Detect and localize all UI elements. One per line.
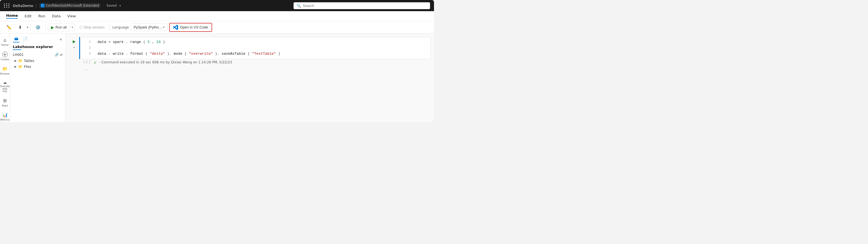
code-token: "TestTable" — [252, 52, 276, 56]
tables-folder-icon: 📁 — [18, 59, 23, 63]
run-all-group: ▶ Run all ▾ — [48, 23, 75, 31]
search-box[interactable]: 🔍 — [293, 2, 430, 9]
stop-session-button[interactable]: Stop session — [76, 23, 107, 31]
menu-item-view[interactable]: View — [64, 13, 79, 19]
run-all-dropdown-button[interactable]: ▾ — [70, 24, 75, 30]
tree-item-files[interactable]: ▶ 📁 Files — [10, 64, 65, 70]
main-area: ⌂ Home + Create 📁 Browse ☁ OneLakedata h… — [0, 33, 434, 122]
cell-run-button[interactable]: ▶ — [71, 38, 77, 44]
code-token: "delta" — [150, 52, 165, 56]
code-token: range — [130, 40, 141, 44]
cell-blue-bar — [79, 37, 80, 59]
code-token: data — [98, 52, 106, 56]
sidebar-create-label: Create — [1, 58, 9, 61]
open-vscode-label: Open in VS Code — [180, 25, 208, 29]
run-all-button[interactable]: ▶ Run all — [48, 24, 69, 31]
tree-item-tables[interactable]: ▶ 📁 Tables — [10, 58, 65, 64]
browse-icon: 📁 — [2, 66, 8, 72]
code-token: ( — [185, 52, 187, 56]
language-button[interactable]: PySpark (Pytho... ▾ — [130, 23, 167, 31]
line-number-1: 1 — [84, 39, 91, 45]
create-icon: + — [2, 52, 8, 57]
cell-container: ▶ ▾ 1 data = spark . — [69, 37, 431, 72]
code-token: ). — [167, 52, 172, 56]
line-number-3: 3 — [84, 51, 91, 57]
confidential-badge: 🛡 Confidential\Microsoft Extended — [39, 3, 101, 8]
code-token: . — [126, 40, 128, 44]
top-bar-left: DeltaDemo | 🛡 Confidential\Microsoft Ext… — [4, 3, 121, 8]
tables-label: Tables — [24, 59, 34, 63]
files-chevron-icon: ▶ — [14, 65, 17, 68]
search-input[interactable] — [303, 4, 427, 8]
code-token: ) — [278, 52, 280, 56]
code-token: ( — [143, 40, 146, 44]
notebook-area: ▶ ▾ 1 data = spark . — [66, 33, 434, 122]
sidebar-apps-label: Apps — [2, 104, 8, 107]
saved-chevron-icon[interactable]: ▾ — [120, 4, 121, 7]
edit-notebook-button[interactable]: ✏️ — [4, 23, 14, 31]
play-icon: ▶ — [51, 25, 54, 30]
sidebar-item-metrics[interactable]: 📊 Metrics — [1, 111, 9, 122]
sidebar-item-apps[interactable]: ⊞ Apps — [1, 96, 9, 109]
sidebar-item-browse[interactable]: 📁 Browse — [1, 64, 9, 77]
menu-item-run[interactable]: Run — [35, 13, 48, 19]
menu-item-home[interactable]: Home — [3, 12, 21, 20]
menu-item-data[interactable]: Data — [49, 13, 63, 19]
stop-session-label: Stop session — [84, 25, 104, 29]
output-text: - Command executed in 19 sec 608 ms by Q… — [99, 60, 232, 64]
sidebar-item-create[interactable]: + Create — [1, 50, 9, 63]
sidebar-item-onelake[interactable]: ☁ OneLakedata hub — [1, 78, 9, 94]
left-sidebar: ⌂ Home + Create 📁 Browse ☁ OneLakedata h… — [0, 33, 10, 122]
language-prefix-label: Language — [112, 25, 129, 29]
open-vscode-button[interactable]: Open in VS Code — [169, 23, 212, 32]
code-area: 1 data = spark . range ( 5 , 10 — [81, 37, 430, 59]
top-bar: DeltaDemo | 🛡 Confidential\Microsoft Ext… — [0, 0, 434, 11]
pin-icon[interactable]: 🔗 — [55, 53, 59, 57]
project-name: DeltaDemo — [13, 4, 33, 8]
apps-menu-icon[interactable] — [4, 3, 10, 8]
sidebar-item-home[interactable]: ⌂ Home — [1, 36, 9, 48]
toolbar-divider-2 — [45, 24, 46, 30]
separator: | — [35, 4, 36, 8]
line-number-2: 2 — [84, 45, 91, 51]
code-token: 5 — [148, 40, 150, 44]
toolbar: ✏️ ⬇ ▾ ⚙️ ▶ Run all ▾ Stop session Langu… — [0, 21, 434, 33]
code-token: data — [98, 40, 106, 44]
code-token: saveAsTable — [222, 52, 246, 56]
explorer-collapse-button[interactable]: « — [59, 36, 63, 43]
notebook-inner[interactable]: ▶ ▾ 1 data = spark . — [66, 33, 434, 122]
files-label: Files — [24, 65, 31, 69]
saved-label: Saved — [106, 4, 117, 7]
search-icon: 🔍 — [297, 4, 301, 8]
cell-chevron-button[interactable]: ▾ — [73, 46, 75, 49]
cell-run-row: ▶ ▾ 1 data = spark . — [69, 37, 431, 59]
explorer-title-row: Lakehouse explorer — [10, 44, 65, 52]
settings-button[interactable]: ⚙️ — [33, 23, 43, 31]
explorer-title: Lakehouse explorer — [13, 45, 53, 49]
download-button[interactable]: ⬇ — [16, 23, 25, 31]
explorer-tab-lakehouse[interactable]: 🏔 — [13, 36, 20, 43]
menu-item-edit[interactable]: Edit — [22, 13, 34, 19]
code-token: write — [113, 52, 123, 56]
lakehouse-row: LH001 🔗 ⇄ — [10, 52, 65, 58]
output-bracket-label: [ 2 ] — [84, 60, 91, 64]
code-token: spark — [113, 40, 123, 44]
language-label: PySpark (Pytho... — [133, 25, 162, 29]
code-token: ( — [146, 52, 148, 56]
download-chevron-icon[interactable]: ▾ — [27, 26, 28, 29]
explorer-tab-file[interactable]: 📄 — [22, 36, 28, 43]
code-token: "overwrite" — [189, 52, 213, 56]
edit-icon: ✏️ — [6, 25, 12, 30]
lakehouse-actions: 🔗 ⇄ — [55, 53, 63, 57]
sidebar-metrics-label: Metrics — [0, 118, 9, 121]
explorer-header: 🏔 📄 « — [10, 33, 65, 44]
explorer-title-underline — [13, 49, 21, 50]
top-bar-title: DeltaDemo | 🛡 Confidential\Microsoft Ext… — [13, 3, 121, 8]
code-token: ) — [163, 40, 165, 44]
toolbar-divider-3 — [110, 24, 110, 30]
stop-icon — [80, 26, 83, 29]
refresh-icon[interactable]: ⇄ — [60, 53, 63, 57]
home-icon: ⌂ — [3, 37, 6, 43]
menu-bar: Home Edit Run Data View — [0, 11, 434, 21]
shield-icon: 🛡 — [41, 4, 44, 7]
